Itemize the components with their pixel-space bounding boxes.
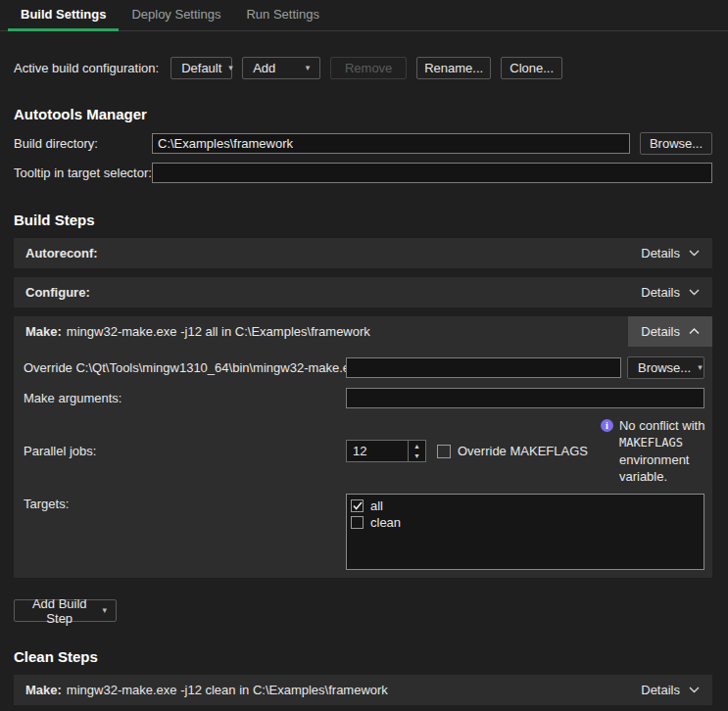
spinner-buttons: ▲ ▼	[408, 441, 425, 461]
build-configuration-selected-value: Default	[181, 61, 221, 75]
configure-step-title: Configure:	[25, 285, 90, 300]
remove-configuration-label: Remove	[345, 61, 392, 75]
build-directory-browse-button[interactable]: Browse...	[640, 132, 712, 155]
override-makeflags-checkbox[interactable]	[437, 445, 451, 458]
browse-label: Browse...	[650, 136, 703, 151]
clean-make-summary: mingw32-make.exe -j12 clean in C:\Exampl…	[67, 683, 388, 697]
target-all-label: all	[370, 498, 383, 513]
build-directory-input[interactable]	[152, 133, 630, 154]
build-configuration-select[interactable]: Default ▾	[170, 57, 232, 79]
make-details-button[interactable]: Details	[628, 316, 712, 347]
build-directory-row: Build directory: Browse...	[14, 132, 712, 155]
tab-run-settings-label: Run Settings	[246, 7, 318, 22]
parallel-jobs-value: 12	[347, 441, 408, 461]
override-make-input[interactable]	[346, 357, 621, 378]
rename-configuration-button[interactable]: Rename...	[416, 57, 491, 79]
clone-configuration-label: Clone...	[510, 61, 554, 75]
details-label: Details	[641, 683, 680, 697]
dropdown-arrow-icon: ▾	[698, 363, 703, 372]
browse-label: Browse...	[638, 360, 691, 375]
chevron-down-icon	[689, 289, 700, 296]
build-directory-label: Build directory:	[14, 136, 152, 151]
clone-configuration-button[interactable]: Clone...	[501, 57, 562, 79]
target-item-clean[interactable]: clean	[351, 514, 704, 531]
info-icon: i	[601, 419, 613, 432]
build-step-make-panel: Make: mingw32-make.exe -j12 all in C:\Ex…	[14, 316, 712, 578]
autoreconf-step-title: Autoreconf:	[25, 246, 98, 261]
clean-make-title: Make:	[25, 683, 62, 697]
build-step-configure-row: Configure: Details	[14, 277, 712, 308]
tooltip-selector-label: Tooltip in target selector:	[14, 166, 152, 180]
details-label: Details	[641, 285, 680, 300]
add-build-step-label: Add Build Step	[24, 596, 95, 626]
makeflags-info-text: No conflict with MAKEFLAGS environment v…	[619, 417, 728, 485]
tab-run-settings[interactable]: Run Settings	[233, 0, 331, 31]
dropdown-arrow-icon: ▾	[102, 606, 107, 615]
parallel-jobs-row: Parallel jobs: 12 ▲ ▼ Override MAKEFLAGS…	[24, 417, 704, 485]
info-line2: environment variable.	[619, 452, 690, 484]
parallel-jobs-spinbox[interactable]: 12 ▲ ▼	[346, 440, 426, 462]
active-build-configuration-label: Active build configuration:	[14, 61, 159, 75]
tab-deploy-settings[interactable]: Deploy Settings	[119, 0, 233, 31]
details-label: Details	[641, 246, 680, 261]
make-arguments-label: Make arguments:	[24, 391, 346, 405]
target-item-all[interactable]: all	[351, 498, 704, 514]
info-makeflags-code: MAKEFLAGS	[619, 436, 683, 450]
override-make-row: Override C:\Qt\Tools\mingw1310_64\bin\mi…	[24, 356, 704, 379]
autotools-manager-heading: Autotools Manager	[14, 106, 712, 122]
target-all-checkbox[interactable]	[351, 499, 364, 512]
clean-make-details-button[interactable]: Details	[628, 675, 712, 705]
make-arguments-row: Make arguments:	[24, 388, 704, 408]
add-configuration-button[interactable]: Add ▾	[242, 57, 320, 79]
rename-configuration-label: Rename...	[424, 61, 483, 75]
tooltip-selector-row: Tooltip in target selector:	[14, 163, 712, 183]
chevron-down-icon	[689, 250, 700, 257]
add-configuration-label: Add	[253, 61, 275, 75]
makeflags-info: i No conflict with MAKEFLAGS environment…	[601, 417, 728, 485]
autoreconf-details-button[interactable]: Details	[628, 238, 712, 268]
tooltip-selector-input[interactable]	[152, 163, 712, 183]
remove-configuration-button[interactable]: Remove	[330, 57, 407, 79]
info-line1: No conflict with	[619, 418, 704, 433]
make-step-summary: mingw32-make.exe -j12 all in C:\Examples…	[67, 324, 370, 339]
tab-deploy-settings-label: Deploy Settings	[131, 7, 220, 22]
settings-tabbar: Build Settings Deploy Settings Run Setti…	[0, 0, 728, 31]
override-make-label: Override C:\Qt\Tools\mingw1310_64\bin\mi…	[24, 360, 346, 375]
make-arguments-input[interactable]	[346, 388, 704, 408]
chevron-up-icon	[689, 328, 700, 335]
targets-row: Targets: all clean	[24, 494, 704, 570]
clean-step-make-row: Make: mingw32-make.exe -j12 clean in C:\…	[14, 675, 712, 705]
parallel-jobs-label: Parallel jobs:	[24, 444, 346, 458]
details-label: Details	[641, 324, 680, 339]
tab-build-settings[interactable]: Build Settings	[8, 0, 119, 31]
build-steps-heading: Build Steps	[14, 212, 712, 228]
chevron-down-icon	[689, 687, 700, 693]
spin-down-icon[interactable]: ▼	[409, 451, 425, 462]
dropdown-arrow-icon: ▾	[306, 64, 311, 72]
checkmark-icon	[353, 501, 363, 510]
target-clean-label: clean	[370, 515, 401, 530]
override-browse-button[interactable]: Browse... ▾	[627, 356, 704, 379]
configure-details-button[interactable]: Details	[628, 277, 712, 308]
override-makeflags-label: Override MAKEFLAGS	[458, 444, 588, 458]
target-clean-checkbox[interactable]	[351, 516, 364, 529]
active-configuration-bar: Active build configuration: Default ▾ Ad…	[14, 57, 712, 79]
make-step-header: Make: mingw32-make.exe -j12 all in C:\Ex…	[14, 316, 712, 347]
tab-build-settings-label: Build Settings	[21, 7, 106, 22]
spin-up-icon[interactable]: ▲	[409, 441, 425, 451]
build-step-autoreconf-row: Autoreconf: Details	[14, 238, 712, 268]
make-step-title: Make:	[25, 324, 62, 339]
clean-steps-heading: Clean Steps	[14, 648, 712, 665]
targets-label: Targets:	[24, 494, 346, 511]
dropdown-arrow-icon: ▾	[228, 64, 233, 72]
targets-list[interactable]: all clean	[346, 494, 704, 570]
add-build-step-button[interactable]: Add Build Step ▾	[14, 599, 117, 622]
